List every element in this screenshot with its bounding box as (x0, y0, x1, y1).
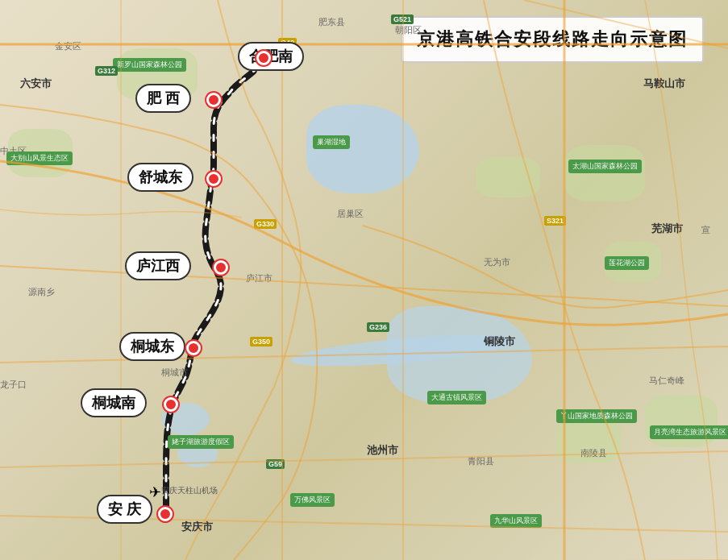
dist-juchao: 居巢区 (337, 208, 364, 220)
city-liu-an: 六安市 (20, 77, 52, 91)
scenic-chaohu: 巢湖湿地 (313, 135, 350, 149)
station-dot-feixi (206, 93, 221, 107)
scenic-jiuhua: 九华山风景区 (490, 514, 542, 528)
scenic-dabieshan: 大别山风景生态区 (6, 151, 73, 165)
station-dot-shucheng-dong (206, 172, 221, 186)
city-wuhu: 芜湖市 (651, 222, 683, 236)
scenic-zizi: 姥子湖旅游度假区 (168, 435, 234, 449)
station-dot-tongcheng-nan (164, 397, 178, 412)
station-dot-tongcheng-dong (186, 341, 201, 355)
dist-feidong: 肥东县 (318, 16, 345, 28)
city-maanshan: 马鞍山市 (643, 77, 685, 91)
green-7 (476, 157, 540, 197)
scenic-zhanshan: 丫山国家地质森林公园 (556, 409, 637, 423)
station-dot-hefei-nan (256, 51, 271, 65)
station-label-hefei-nan: 合肥南 (238, 42, 304, 71)
city-anqing: 安庆市 (181, 520, 213, 534)
map-container: 京港高铁合安段线路走向示意图 六安市 合肥市 芜湖市 铜陵市 池州市 安庆市 马… (0, 0, 728, 560)
dist-macheng: 马仁奇峰 (649, 375, 684, 387)
scenic-lotus: 莲花湖公园 (605, 256, 649, 270)
highway-g330: G330 (254, 219, 277, 229)
city-tongling: 铜陵市 (484, 334, 515, 349)
dist-chaoyang: 朝阳区 (395, 24, 422, 36)
station-label-feixi: 肥 西 (135, 84, 191, 113)
dist-nanling: 南陵县 (580, 447, 607, 459)
title-text: 京港高铁合安段线路走向示意图 (417, 29, 688, 49)
dist-xuan: 宣 (701, 224, 710, 236)
dist-qingyang: 青阳县 (468, 455, 494, 467)
dist-jin-an: 金安区 (55, 40, 81, 52)
city-chizhou: 池州市 (367, 443, 398, 458)
station-dot-anqing (158, 507, 173, 521)
station-label-anqing: 安 庆 (97, 495, 152, 524)
dist-yuanan: 源南乡 (28, 286, 55, 298)
highway-g59: G59 (266, 459, 285, 469)
scenic-wanfo: 万佛风景区 (290, 493, 335, 507)
scenic-taihu: 太湖山国家森林公园 (568, 160, 642, 173)
station-label-tongcheng-dong: 桐城东 (119, 332, 185, 361)
airport-label: 安庆天柱山机场 (161, 485, 218, 496)
scenic-yueliang: 月亮湾生态旅游风景区 (650, 425, 728, 439)
highway-g350: G350 (250, 337, 272, 346)
airport-icon: ✈ (149, 483, 161, 501)
highway-g521: G521 (391, 15, 414, 24)
green-5 (645, 395, 718, 447)
station-label-tongcheng-nan: 桐城南 (81, 388, 147, 417)
dist-wuwei: 无为市 (484, 256, 510, 268)
station-label-lujiang-xi: 庐江西 (125, 251, 191, 280)
scenic-datong: 大通古镇风景区 (427, 391, 486, 404)
dist-luzi: 龙子口 (0, 379, 27, 391)
station-label-shucheng-dong: 舒城东 (127, 163, 193, 192)
highway-s321: S321 (544, 216, 566, 226)
dist-tongcheng: 桐城市 (161, 367, 188, 379)
highway-g312: G312 (95, 66, 118, 76)
map-title: 京港高铁合安段线路走向示意图 (401, 16, 704, 63)
green-2 (564, 145, 645, 201)
chaohu-lake (306, 105, 419, 193)
dist-lujiang: 庐江市 (246, 272, 272, 284)
highway-g236: G236 (367, 322, 389, 332)
scenic-xinluo: 新罗山国家森林公园 (113, 58, 186, 72)
station-dot-lujiang-xi (214, 260, 228, 275)
